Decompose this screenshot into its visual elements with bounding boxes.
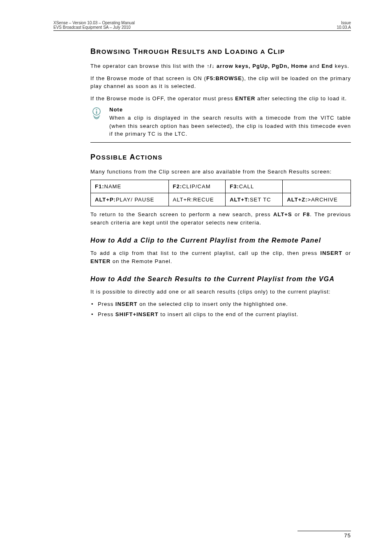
text: Press xyxy=(98,301,115,307)
cell-altz: ALT+Z:>ARCHIVE xyxy=(283,193,351,206)
text-bold: End xyxy=(322,63,333,69)
text: Press xyxy=(98,311,115,317)
heading-browsing: BROWSING THROUGH RESULTS AND LOADING A C… xyxy=(90,47,351,56)
text-bold: F1: xyxy=(95,183,104,190)
text: and xyxy=(308,63,322,69)
h-text: L xyxy=(225,47,230,56)
h-text: HROUGH xyxy=(138,48,172,55)
note-body: When a clip is displayed in the search r… xyxy=(109,114,351,138)
text-bold: ↑/↓ arrow keys, PgUp, PgDn, Home xyxy=(207,63,308,69)
cell-f2: F2:CLIP/CAM xyxy=(168,180,226,193)
text: PLAY/ PAUSE xyxy=(116,197,154,203)
bullet-list: Press INSERT on the selected clip to ins… xyxy=(90,300,351,319)
h-text: A xyxy=(130,153,136,161)
cell-altr: ALT+R:RECUE xyxy=(168,193,226,206)
cell-altp: ALT+P:PLAY/ PAUSE xyxy=(91,193,169,206)
para-browse-on: If the Browse mode of that screen is ON … xyxy=(90,74,351,90)
text: after selecting the clip to load it. xyxy=(255,95,347,102)
table-row: ALT+P:PLAY/ PAUSE ALT+R:RECUE ALT+T:SET … xyxy=(91,193,351,206)
text: or xyxy=(342,250,351,256)
note-title: Note xyxy=(109,106,351,113)
h-text: T xyxy=(133,47,138,56)
h-text: OSSIBLE xyxy=(96,154,130,161)
text: CLIP/CAM xyxy=(182,183,210,190)
text: keys. xyxy=(333,63,349,69)
para-return-search: To return to the Search screen to perfor… xyxy=(90,210,351,227)
text: To return to the Search screen to perfor… xyxy=(90,211,273,217)
h-text: R xyxy=(172,47,178,56)
heading-add-remote: How to Add a Clip to the Current Playlis… xyxy=(90,237,351,244)
text-bold: ALT+T: xyxy=(230,197,250,203)
note-icon xyxy=(90,106,103,123)
text-bold: F2: xyxy=(173,183,182,190)
para-browse-keys: The operator can browse this list with t… xyxy=(90,62,351,70)
text: or xyxy=(292,211,303,217)
para-add-vga-intro: It is possible to directly add one or al… xyxy=(90,288,351,296)
header-left: XSense – Version 10.03 – Operating Manua… xyxy=(53,21,135,30)
content-area: BROWSING THROUGH RESULTS AND LOADING A C… xyxy=(90,47,351,319)
page-container: XSense – Version 10.03 – Operating Manua… xyxy=(0,0,392,335)
text: To add a clip from that list to the curr… xyxy=(90,250,321,256)
cell-f1: F1:NAME xyxy=(91,180,169,193)
header-product-line: XSense – Version 10.03 – Operating Manua… xyxy=(53,21,135,25)
text: CALL xyxy=(239,183,254,190)
h-text: C xyxy=(267,47,274,56)
heading-possible-actions: POSSIBLE ACTIONS xyxy=(90,153,351,162)
heading-add-vga: How to Add the Search Results to the Cur… xyxy=(90,275,351,283)
para-browse-off: If the Browse mode is OFF, the operator … xyxy=(90,95,351,103)
text-bold: ALT+P: xyxy=(95,197,116,203)
text-bold: ALT+S xyxy=(273,211,292,217)
header-company-line: EVS Broadcast Equipment SA – July 2010 xyxy=(53,25,135,30)
h-text: ESULTS AND xyxy=(178,48,225,55)
table-row: F1:NAME F2:CLIP/CAM F3:CALL xyxy=(91,180,351,193)
text-bold: F8 xyxy=(303,211,310,217)
text: The operator can browse this list with t… xyxy=(90,63,207,69)
text: on the Remote Panel. xyxy=(111,258,172,264)
text: If the Browse mode of that screen is ON … xyxy=(90,75,206,81)
page-footer: 75 xyxy=(297,531,351,539)
h-text: LIP xyxy=(274,48,285,55)
svg-point-1 xyxy=(96,109,97,110)
note-block: Note When a clip is displayed in the sea… xyxy=(90,106,351,143)
text: NAME xyxy=(104,183,122,190)
text: on the selected clip to insert only the … xyxy=(138,301,288,307)
note-text: Note When a clip is displayed in the sea… xyxy=(109,106,351,138)
text-bold: SHIFT+INSERT xyxy=(115,311,159,317)
para-actions-intro: Many functions from the Clip screen are … xyxy=(90,168,351,176)
header-issue-value: 10.03.A xyxy=(337,25,351,30)
text: If the Browse mode is OFF, the operator … xyxy=(90,95,235,102)
list-item: Press SHIFT+INSERT to insert all clips t… xyxy=(90,310,351,319)
cell-empty xyxy=(283,180,351,193)
para-add-remote: To add a clip from that list to the curr… xyxy=(90,249,351,265)
text: SET TC xyxy=(250,197,271,203)
list-item: Press INSERT on the selected clip to ins… xyxy=(90,300,351,309)
note-row: Note When a clip is displayed in the sea… xyxy=(90,106,351,138)
h-text: P xyxy=(90,153,96,161)
text-bold: INSERT xyxy=(115,301,138,307)
svg-rect-2 xyxy=(96,111,97,114)
header-issue-label: Issue xyxy=(337,21,351,25)
page-number: 75 xyxy=(297,532,351,539)
text-bold: INSERT xyxy=(321,250,343,256)
text-bold: F3: xyxy=(230,183,239,190)
header-right: Issue 10.03.A xyxy=(337,21,351,30)
text-bold: ENTER xyxy=(90,258,111,264)
cell-f3: F3:CALL xyxy=(226,180,283,193)
text-bold: ALT+Z: xyxy=(287,197,307,203)
text: >ARCHIVE xyxy=(308,197,338,203)
cell-altt: ALT+T:SET TC xyxy=(226,193,283,206)
h-text: ROWSING xyxy=(97,48,134,55)
h-text: OADING A xyxy=(230,48,268,55)
text: to insert all clips to the end of the cu… xyxy=(159,311,299,317)
text-bold: F5:BROWSE xyxy=(206,75,242,81)
h-text: B xyxy=(90,47,97,56)
footer-rule xyxy=(297,531,351,531)
page-header: XSense – Version 10.03 – Operating Manua… xyxy=(53,21,351,31)
text-bold: ENTER xyxy=(235,95,255,102)
actions-table: F1:NAME F2:CLIP/CAM F3:CALL ALT+P:PLAY/ … xyxy=(90,180,351,206)
h-text: CTIONS xyxy=(136,154,163,161)
